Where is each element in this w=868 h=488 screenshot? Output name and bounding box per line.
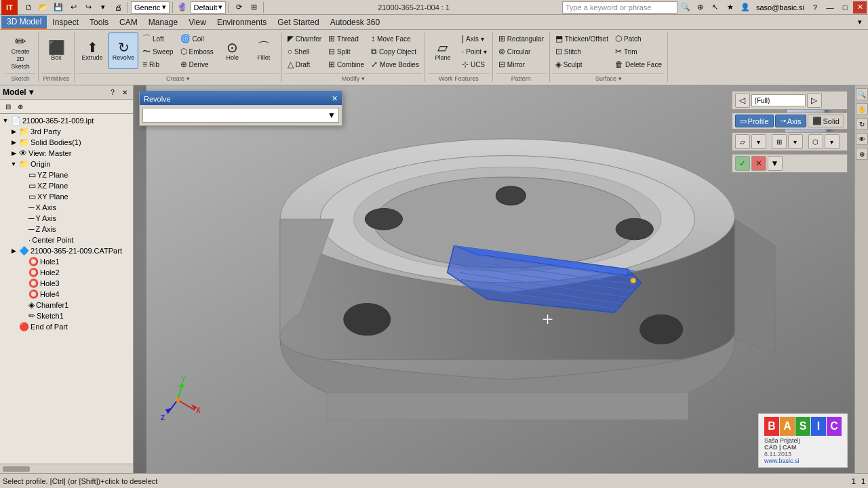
derive-btn[interactable]: ⊕ Derive <box>178 58 216 70</box>
sweep-btn[interactable]: 〜 Sweep <box>140 45 176 58</box>
profile-btn[interactable]: ▭ Profile <box>735 115 774 127</box>
tree-item-chamfer1[interactable]: ◈Chamfer1 <box>0 300 133 310</box>
cancel-btn[interactable]: ✕ <box>751 156 766 171</box>
panel-help-btn[interactable]: ? <box>107 87 118 98</box>
point-btn[interactable]: · Point ▾ <box>459 45 490 58</box>
circular-btn[interactable]: ⊚ Circular <box>496 45 547 58</box>
tree-item-xaxis[interactable]: ─X Axis <box>0 202 133 213</box>
help-btn[interactable]: ? <box>808 1 822 14</box>
box-btn[interactable]: ⬛ Box <box>41 33 71 69</box>
ok-btn[interactable]: ✓ <box>735 156 750 171</box>
panel-filter-btn[interactable]: ⊟ <box>3 101 14 112</box>
tree-item-file[interactable]: ▼📄21000-365-21-009.ipt <box>0 115 133 126</box>
menu-tools[interactable]: Tools <box>84 16 114 28</box>
user-btn[interactable]: 👤 <box>738 1 752 14</box>
nav-zoom-btn[interactable]: 🔍 <box>856 88 868 100</box>
tree-item-hole1[interactable]: ⭕Hole1 <box>0 256 133 267</box>
menu-inspect[interactable]: Inspect <box>47 16 84 28</box>
sculpt-btn[interactable]: ◈ Sculpt <box>553 58 611 70</box>
plane-btn[interactable]: ▱ Plane <box>428 33 458 69</box>
tree-item-origin[interactable]: ▼📁Origin <box>0 159 133 169</box>
print-btn[interactable]: 🖨 <box>111 1 125 14</box>
tree-item-hole2[interactable]: ⭕Hole2 <box>0 267 133 278</box>
search-btn[interactable]: 🔍 <box>679 1 692 14</box>
menu-min-btn[interactable]: ▾ <box>853 16 867 28</box>
open-btn[interactable]: 📂 <box>37 1 50 14</box>
extrude-btn[interactable]: ⬆ Extrude <box>77 33 107 69</box>
axis-btn[interactable]: | Axis ▾ <box>459 33 490 45</box>
patch-btn[interactable]: ⬡ Patch <box>612 33 665 45</box>
moveface-btn[interactable]: ↕ Move Face <box>368 33 422 45</box>
stitch-btn[interactable]: ⊡ Stitch <box>553 45 611 58</box>
extra1-btn[interactable]: ▱ <box>735 134 750 149</box>
revolve-dropdown[interactable]: ▼ <box>142 108 339 123</box>
redo-btn[interactable]: ↪ <box>81 1 95 14</box>
nav-look-btn[interactable]: 👁 <box>856 133 868 145</box>
extra2-btn[interactable]: ▾ <box>751 134 766 149</box>
revolve-dialog-close[interactable]: ✕ <box>332 94 338 103</box>
more-redo-btn[interactable]: ▾ <box>96 1 110 14</box>
menu-autodesk360[interactable]: Autodesk 360 <box>325 16 385 28</box>
fav-btn[interactable]: ★ <box>724 1 737 14</box>
draft-btn[interactable]: △ Draft <box>285 58 324 70</box>
extra3-btn[interactable]: ⊞ <box>772 134 787 149</box>
split-btn[interactable]: ⊟ Split <box>326 45 367 58</box>
menu-view[interactable]: View <box>183 16 212 28</box>
profile-dropdown[interactable]: Generic▾ <box>131 1 170 14</box>
deleteface-btn[interactable]: 🗑 Delete Face <box>612 58 665 70</box>
tree-item-yzplane[interactable]: ▭YZ Plane <box>0 169 133 180</box>
tree-item-hole4[interactable]: ⭕Hole4 <box>0 289 133 300</box>
tree-item-viewmaster[interactable]: ▶👁View: Master <box>0 148 133 159</box>
extra4-btn[interactable]: ▾ <box>788 134 803 149</box>
panel-close-btn[interactable]: ✕ <box>119 87 130 98</box>
movebodies-btn[interactable]: ⤢ Move Bodies <box>368 58 422 70</box>
trim-btn[interactable]: ✂ Trim <box>612 45 665 58</box>
coil-btn[interactable]: 🌀 Coil <box>178 33 216 45</box>
sphere-btn[interactable]: 🔮 <box>176 1 189 14</box>
extra-btn[interactable]: ⊞ <box>247 1 260 14</box>
update-btn[interactable]: ⟳ <box>232 1 245 14</box>
menu-manage[interactable]: Manage <box>143 16 183 28</box>
maximize-btn[interactable]: □ <box>838 1 852 14</box>
chamfer-btn[interactable]: ◤ Chamfer <box>285 33 324 45</box>
undo-btn[interactable]: ↩ <box>66 1 80 14</box>
save-btn[interactable]: 💾 <box>52 1 65 14</box>
tree-item-zaxis[interactable]: ─Z Axis <box>0 224 133 235</box>
nav-orbit-btn[interactable]: ↻ <box>856 118 868 130</box>
left-panel-scrollbar[interactable] <box>0 464 133 473</box>
axis-select-btn[interactable]: ⊸ Axis <box>775 115 806 127</box>
hole-btn[interactable]: ⊙ Hole <box>218 33 248 69</box>
emboss-btn[interactable]: ⬡ Emboss <box>178 45 216 58</box>
extra6-btn[interactable]: ▾ <box>825 134 840 149</box>
copyobject-btn[interactable]: ⧉ Copy Object <box>368 45 422 58</box>
appearance-dropdown[interactable]: Default▾ <box>191 1 226 14</box>
tree-item-solidbodies[interactable]: ▶📁Solid Bodies(1) <box>0 137 133 148</box>
thread-btn[interactable]: ⊞ Thread <box>326 33 367 45</box>
more-options-btn[interactable]: ▼ <box>768 156 783 171</box>
tree-item-xzplane[interactable]: ▭XZ Plane <box>0 180 133 191</box>
tree-item-xyplane[interactable]: ▭XY Plane <box>0 191 133 202</box>
thicken-btn[interactable]: ⬒ Thicken/Offset <box>553 33 611 45</box>
ucs-btn[interactable]: ⊹ UCS <box>459 58 490 70</box>
minimize-btn[interactable]: — <box>823 1 837 14</box>
rib-btn[interactable]: ≡ Rib <box>140 58 176 70</box>
rectangular-btn[interactable]: ⊞ Rectangular <box>496 33 547 45</box>
tree-item-catpart[interactable]: ▶🔷21000-365-21-009.CATPart <box>0 245 133 256</box>
tree-item-sketch1[interactable]: ✏Sketch1 <box>0 310 133 321</box>
tree-item-centerpoint[interactable]: ·Center Point <box>0 235 133 245</box>
view-left-btn[interactable]: ◁ <box>735 93 750 108</box>
nav1-btn[interactable]: ⊕ <box>694 1 707 14</box>
canvas-area[interactable]: Revolve ✕ ▼ ◁ (Full) ▷ ▭ <box>134 85 868 473</box>
create-sketch-btn[interactable]: ✏ Create2D Sketch <box>5 33 35 72</box>
close-btn[interactable]: ✕ <box>853 1 867 14</box>
tree-item-3rdparty[interactable]: ▶📁3rd Party <box>0 126 133 137</box>
menu-environments[interactable]: Environments <box>212 16 272 28</box>
tree-item-endofpart[interactable]: 🔴End of Part <box>0 321 133 332</box>
solid-btn[interactable]: ⬛ Solid <box>808 115 844 127</box>
new-file-btn[interactable]: 🗋 <box>22 1 35 14</box>
nav-walk-btn[interactable]: ⊕ <box>856 148 868 160</box>
nav-pan-btn[interactable]: ✋ <box>856 103 868 115</box>
view-dropdown[interactable]: (Full) <box>751 94 806 106</box>
shell-btn[interactable]: ○ Shell <box>285 45 324 58</box>
nav2-btn[interactable]: ↖ <box>709 1 722 14</box>
